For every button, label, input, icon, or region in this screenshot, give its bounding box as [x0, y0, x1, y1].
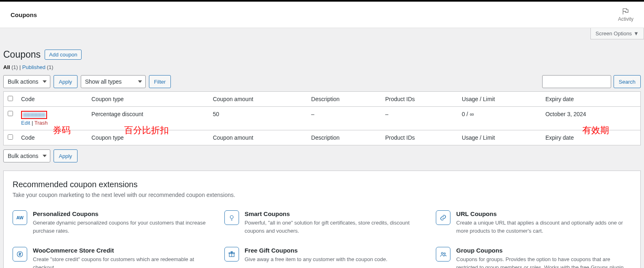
- extension-personalized-coupons[interactable]: AW Personalized Coupons Generate dynamic…: [13, 210, 208, 235]
- activity-label: Activity: [618, 16, 633, 22]
- activity-button[interactable]: Activity: [618, 7, 633, 22]
- topbar-title: Coupons: [11, 11, 37, 18]
- extension-url-coupons[interactable]: URL Coupons Create a unique URL that app…: [436, 210, 631, 235]
- cell-type: Percentage discount: [87, 107, 209, 130]
- edit-link[interactable]: Edit: [21, 120, 30, 126]
- col-description[interactable]: Description: [307, 92, 381, 107]
- col-type-foot[interactable]: Coupon type: [87, 130, 209, 145]
- extension-desc: Generate dynamic personalized coupons fo…: [33, 219, 208, 235]
- bulb-icon: [224, 210, 239, 225]
- col-product-ids[interactable]: Product IDs: [381, 92, 458, 107]
- coupon-type-filter-select[interactable]: Show all types: [81, 75, 146, 88]
- col-code[interactable]: Code: [17, 92, 87, 107]
- extension-smart-coupons[interactable]: Smart Coupons Powerful, "all in one" sol…: [224, 210, 420, 235]
- cell-description: –: [307, 107, 381, 130]
- trash-link[interactable]: Trash: [34, 120, 48, 126]
- search-button[interactable]: Search: [614, 75, 641, 88]
- col-type[interactable]: Coupon type: [87, 92, 209, 107]
- extension-group-coupons[interactable]: Group Coupons Coupons for groups. Provid…: [436, 247, 631, 268]
- col-usage[interactable]: Usage / Limit: [458, 92, 541, 107]
- bulk-actions-select-top[interactable]: Bulk actions: [3, 75, 50, 88]
- col-amount[interactable]: Coupon amount: [209, 92, 307, 107]
- filter-all-link[interactable]: All: [3, 64, 10, 70]
- col-expiry[interactable]: Expiry date: [541, 92, 640, 107]
- admin-top-bar: Coupons Activity: [0, 2, 644, 28]
- table-row: XXXXXX Edit | Trash Percentage discount …: [4, 107, 640, 130]
- cell-product-ids: –: [381, 107, 458, 130]
- row-actions: Edit | Trash: [21, 120, 83, 126]
- filter-all-label: All: [3, 64, 10, 70]
- cell-expiry: October 3, 2024: [541, 107, 640, 130]
- aw-icon: AW: [13, 210, 27, 225]
- coupon-code-redacted[interactable]: XXXXXX: [21, 111, 47, 119]
- status-filter-links: All (1) | Published (1): [3, 64, 641, 70]
- cell-usage: 0 / ∞: [458, 107, 541, 130]
- extension-title: Free Gift Coupons: [245, 247, 388, 254]
- col-expiry-foot[interactable]: Expiry date: [541, 130, 640, 145]
- svg-point-0: [230, 216, 233, 219]
- bulk-actions-select-bottom[interactable]: Bulk actions: [3, 149, 50, 162]
- filter-published-label: Published: [22, 64, 45, 70]
- page-title: Coupons: [3, 49, 41, 60]
- cell-amount: 50: [209, 107, 307, 130]
- extension-desc: Give away a free item to any customer wi…: [245, 255, 388, 264]
- extension-desc: Create "store credit" coupons for custom…: [33, 255, 208, 268]
- extensions-panel: Recommended coupon extensions Take your …: [3, 171, 641, 268]
- dollar-icon: [13, 247, 27, 262]
- col-product-ids-foot[interactable]: Product IDs: [381, 130, 458, 145]
- row-checkbox[interactable]: [8, 111, 13, 116]
- screen-options-button[interactable]: Screen Options ▼: [590, 28, 644, 39]
- bulk-apply-bottom-button[interactable]: Apply: [54, 149, 78, 162]
- extension-title: Smart Coupons: [245, 210, 420, 217]
- screen-options-label: Screen Options: [596, 30, 632, 37]
- extension-desc: Create a unique URL that applies a disco…: [456, 219, 631, 235]
- select-all-bottom-checkbox[interactable]: [8, 134, 13, 140]
- extension-title: WooCommerce Store Credit: [33, 247, 208, 254]
- col-amount-foot[interactable]: Coupon amount: [209, 130, 307, 145]
- group-icon: [436, 247, 450, 262]
- select-all-top-checkbox[interactable]: [8, 96, 13, 101]
- extension-title: Personalized Coupons: [33, 210, 208, 217]
- coupons-table: Code Coupon type Coupon amount Descripti…: [3, 91, 641, 145]
- extension-free-gift-coupons[interactable]: Free Gift Coupons Give away a free item …: [224, 247, 420, 268]
- gift-icon: [224, 247, 239, 262]
- extension-title: Group Coupons: [456, 247, 631, 254]
- extensions-subtitle: Take your coupon marketing to the next l…: [13, 192, 631, 198]
- filter-button[interactable]: Filter: [149, 75, 171, 88]
- svg-point-5: [444, 253, 446, 255]
- extensions-title: Recommended coupon extensions: [13, 180, 631, 189]
- extension-desc: Powerful, "all in one" solution for gift…: [245, 219, 420, 235]
- col-code-foot[interactable]: Code: [17, 130, 87, 145]
- filter-all-count: (1): [11, 64, 18, 70]
- caret-down-icon: ▼: [633, 30, 639, 37]
- link-icon: [436, 210, 450, 225]
- extension-desc: Coupons for groups. Provides the option …: [456, 255, 631, 268]
- filter-published-link[interactable]: Published: [22, 64, 45, 70]
- filter-published-count: (1): [47, 64, 54, 70]
- filter-separator: |: [19, 64, 22, 70]
- flag-icon: [622, 7, 630, 15]
- extension-store-credit[interactable]: WooCommerce Store Credit Create "store c…: [13, 247, 208, 268]
- extension-title: URL Coupons: [456, 210, 631, 217]
- svg-point-4: [442, 253, 444, 255]
- add-coupon-button[interactable]: Add coupon: [45, 50, 82, 60]
- search-input[interactable]: [542, 75, 611, 88]
- bulk-apply-top-button[interactable]: Apply: [54, 75, 78, 88]
- col-description-foot[interactable]: Description: [307, 130, 381, 145]
- col-usage-foot[interactable]: Usage / Limit: [458, 130, 541, 145]
